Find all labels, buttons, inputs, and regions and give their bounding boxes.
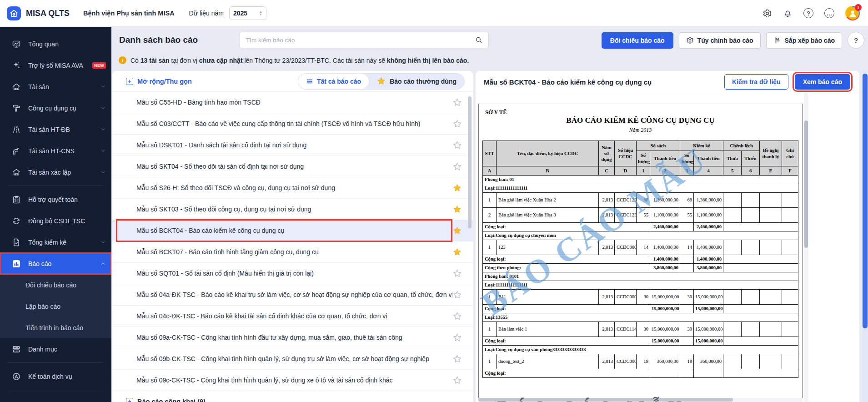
sidebar-item-bao-cao[interactable]: Báo cáo [0,253,111,274]
report-list-item[interactable]: Mẫu số C55-HD - Bảng tính hao mòn TSCĐ [112,91,473,113]
sidebar-item-tai-san[interactable]: Tài sản [0,76,111,97]
star-icon [376,76,386,86]
report-list-header: + Mở rộng/Thu gọn Tất cả báo cáo Báo cáo… [112,71,473,91]
view-report-button[interactable]: Xem báo cáo [795,74,850,90]
favorite-star-icon[interactable] [452,183,462,193]
report-list-item[interactable]: Mẫu số 09c-CK-TSC - Công khai tình hình … [112,369,473,391]
new-badge: NEW [92,62,106,69]
report-list-item[interactable]: Mẫu số SKT04 - Sổ theo dõi tài sản cố đị… [112,156,473,177]
sidebar-subitem-doi-chieu-bao-cao[interactable]: Đối chiếu báo cáo [0,274,111,296]
expand-group-icon[interactable]: + [126,398,133,402]
customize-reports-button[interactable]: Tùy chỉnh báo cáo [679,32,761,49]
report-item-label: Mẫu số C03/CCTT - Báo cáo về việc cung c… [136,120,452,127]
sidebar-item-tong-kiem-ke[interactable]: Tổng kiểm kê [0,231,111,253]
sparkle-icon [12,61,21,70]
asset-icon [12,168,21,177]
toolbar-help-button[interactable]: ? [848,32,864,49]
sidebar-item-cong-cu-dung-cu[interactable]: Công cụ dụng cụ [0,97,111,119]
sidebar-item-dong-bo-csdl-tsc[interactable]: Đồng bộ CSDL TSC [0,210,111,231]
preview-hscroll-thumb[interactable] [478,398,733,402]
dashboard-icon [12,40,21,49]
list-icon [12,345,21,354]
sidebar-item-tai-san-ht-cns[interactable]: Tài sản HT-CNS [0,140,111,161]
report-list-item[interactable]: Mẫu số BCKT04 - Báo cáo kiểm kê công cụ … [112,220,473,241]
sidebar-item-tong-quan[interactable]: Tổng quan [0,33,111,55]
favorite-star-icon[interactable] [452,290,462,300]
table-section-row: Loại:Công cụ dụng cụ chuyên môn [483,231,798,240]
notifications-bell-icon[interactable] [783,9,793,18]
favorite-star-icon[interactable] [452,312,462,321]
favorite-star-icon[interactable] [452,354,462,364]
document-title: BÁO CÁO KIỂM KÊ CÔNG CỤ DỤNG CỤ [479,116,802,125]
favorite-star-icon[interactable] [452,226,462,236]
favorite-star-icon[interactable] [452,333,462,342]
sidebar-item-tai-san-xac-lap[interactable]: Tài sản xác lập [0,161,111,183]
settings-gear-icon[interactable] [763,9,772,18]
filter-all-reports[interactable]: Tất cả báo cáo [298,74,369,89]
chevron-down-icon [100,169,106,175]
report-document: SỞ Y TẾ BÁO CÁO KIỂM KÊ CÔNG CỤ DỤNG CỤ … [478,104,803,402]
table-section-row: Loại:13555 [483,313,798,322]
table-body: Phòng ban: 01Loại:1111111111111111Bàn gh… [483,176,798,378]
favorite-star-icon[interactable] [452,98,462,107]
more-options-icon[interactable]: … [824,8,834,18]
report-list-item[interactable]: Mẫu số SKT03 - Sổ theo dõi công cụ, dụng… [112,198,473,220]
sidebar-item-danh-muc[interactable]: Danh mục [0,338,111,360]
preview-vscroll-thumb[interactable] [804,121,808,248]
report-list-item[interactable]: Mẫu số S26-H: Sổ theo dõi TSCĐ và công c… [112,177,473,198]
report-list-item[interactable]: Mẫu số 04a-ĐK-TSC - Báo cáo kê khai trụ … [112,284,473,305]
misa-logo [7,6,21,20]
report-group-row[interactable]: +Báo cáo công khai (9) [112,391,473,402]
report-list-item[interactable]: Mẫu số BCKT07 - Báo cáo tình hình tăng g… [112,241,473,262]
compare-reports-button[interactable]: Đối chiếu báo cáo [602,32,673,49]
report-item-label: Mẫu số 04a-ĐK-TSC - Báo cáo kê khai trụ … [136,291,452,298]
chevron-down-icon [100,84,106,90]
year-selector[interactable]: 2025 ▲▼ [229,6,266,20]
favorite-star-icon[interactable] [452,247,462,257]
year-stepper-icon[interactable]: ▲▼ [259,10,262,16]
road-icon [12,125,21,134]
report-list-item[interactable]: Mẫu số C03/CCTT - Báo cáo về việc cung c… [112,113,473,134]
sidebar-item-tro-ly-so-misa-ava[interactable]: Trợ lý số MISA AVANEW [0,55,111,76]
expand-collapse-label[interactable]: Mở rộng/Thu gọn [137,78,192,85]
report-list-item[interactable]: Mẫu số 09a-CK-TSC - Công khai tình hình … [112,327,473,348]
sort-reports-button[interactable]: Sắp xếp báo cáo [766,32,842,49]
expand-collapse-icon[interactable]: + [126,78,133,85]
sidebar-item-ke-toan-dich-vu[interactable]: Kế toán dịch vụ [0,366,111,387]
sidebar-item-label: Báo cáo [28,260,100,267]
favorite-star-icon[interactable] [452,205,462,214]
organization-name: Bệnh viện Phụ sản tỉnh MISA [83,10,175,17]
report-item-label: Mẫu số SQT01 - Sổ tài sản cố định (Mẫu h… [136,270,452,277]
sidebar-divider [8,390,103,390]
search-input[interactable] [240,37,475,44]
doccheck-icon [12,238,21,247]
sync-icon [12,216,21,226]
list-scrollbar-thumb[interactable] [468,96,472,228]
chevron-down-icon [100,105,106,111]
report-list-item[interactable]: Mẫu số 04c-ĐK-TSC - Báo cáo kê khai tài … [112,305,473,327]
check-data-button[interactable]: Kiểm tra dữ liệu [724,74,788,90]
favorite-star-icon[interactable] [452,119,462,129]
table-total-row: Cộng theo phòng:3,860,000,003,860,000,00 [483,264,798,272]
notification-count-badge: 1 [855,4,862,11]
search-icon[interactable] [475,36,483,44]
report-list-item[interactable]: Mẫu số DSKT01 - Danh sách tài sản cố địn… [112,134,473,156]
sidebar-item-tai-san-ht-db[interactable]: Tài sản HT-ĐB [0,119,111,140]
report-list-item[interactable]: Mẫu số 09b-CK-TSC - Công khai tình hình … [112,348,473,369]
sidebar-subitem-lap-bao-cao[interactable]: Lập báo cáo [0,296,111,317]
help-icon[interactable]: ? [803,8,813,18]
sidebar-item-ho-tro-quyet-toan[interactable]: Hỗ trợ quyết toán [0,189,111,210]
favorite-star-icon[interactable] [452,376,462,385]
document-agency: SỞ Y TẾ [485,109,507,116]
favorite-star-icon[interactable] [452,269,462,278]
filter-favorite-reports[interactable]: Báo cáo thường dùng [369,74,464,89]
favorite-star-icon[interactable] [452,162,462,171]
window-scrollbar-thumb[interactable] [863,74,868,328]
sidebar-subitem-tien-trinh-in-bao-cao[interactable]: Tiến trình in báo cáo [0,317,111,338]
favorite-star-icon[interactable] [452,141,462,150]
page-title: Danh sách báo cáo [119,35,198,45]
sidebar-item-label: Kế toán dịch vụ [28,373,106,380]
report-search [239,32,489,48]
report-list-item[interactable]: Mẫu số SQT01 - Sổ tài sản cố định (Mẫu h… [112,262,473,284]
user-avatar[interactable]: 1 [845,6,860,20]
